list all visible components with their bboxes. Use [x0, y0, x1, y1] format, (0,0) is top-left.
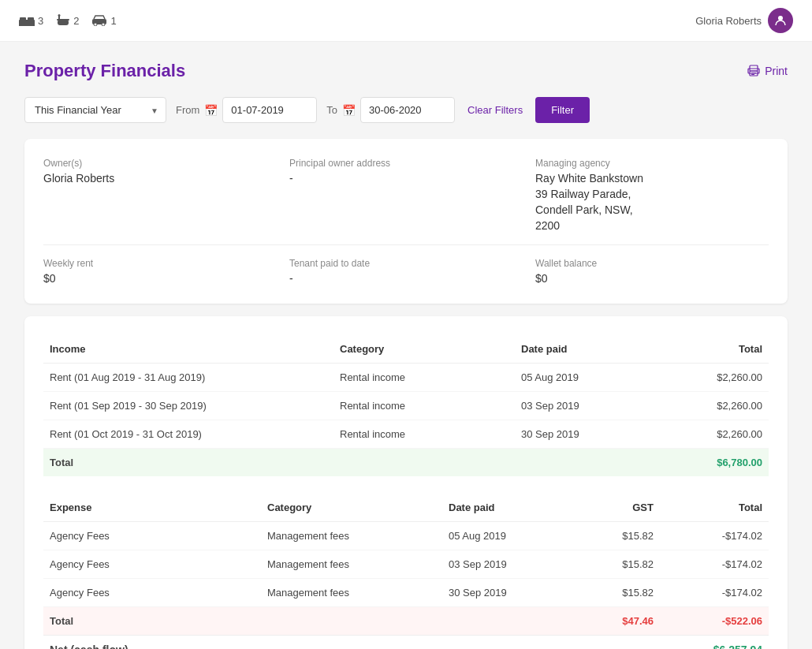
expense-category: Management fees — [261, 522, 442, 550]
income-row: Rent (01 Aug 2019 - 31 Aug 2019) Rental … — [43, 364, 769, 392]
car-count: 1 — [110, 15, 116, 27]
expense-date-header: Date paid — [442, 489, 573, 522]
expense-description: Agency Fees — [43, 579, 261, 607]
info-divider — [43, 244, 769, 245]
net-value: $6,257.94 — [660, 636, 769, 650]
expense-date: 05 Aug 2019 — [442, 522, 573, 550]
expense-total-value: -$522.06 — [660, 607, 769, 636]
bed-icon — [19, 15, 35, 26]
svg-rect-1 — [20, 17, 26, 21]
expense-total-header: Total — [660, 489, 769, 522]
income-category: Rental income — [333, 392, 515, 420]
user-name: Gloria Roberts — [695, 15, 762, 27]
income-date: 03 Sep 2019 — [515, 392, 660, 420]
expense-gst-val: $15.82 — [573, 579, 660, 607]
user-icon — [774, 14, 787, 27]
svg-rect-2 — [28, 17, 34, 21]
income-total-label: Total — [43, 449, 333, 477]
period-select[interactable]: This Financial Year Last Financial Year … — [24, 97, 166, 123]
avatar — [768, 8, 793, 33]
from-calendar-icon: 📅 — [204, 104, 218, 117]
expense-row: Agency Fees Management fees 05 Aug 2019 … — [43, 522, 769, 550]
agency-suburb: Condell Park, NSW, — [535, 203, 769, 216]
print-button[interactable]: Print — [747, 65, 788, 77]
svg-rect-17 — [751, 74, 754, 75]
agency-postcode: 2200 — [535, 219, 769, 232]
wallet-balance-value: $0 — [535, 272, 769, 285]
agency-name: Ray White Bankstown — [535, 172, 769, 185]
expense-row: Agency Fees Management fees 30 Sep 2019 … — [43, 579, 769, 607]
income-total: $2,260.00 — [660, 364, 769, 392]
principal-address-label: Principal owner address — [289, 158, 523, 169]
income-total: $2,260.00 — [660, 392, 769, 420]
from-date-input[interactable] — [222, 97, 317, 123]
print-label: Print — [765, 65, 788, 77]
expense-date: 30 Sep 2019 — [442, 579, 573, 607]
income-col-header: Income — [43, 335, 333, 364]
expense-total-val: -$174.02 — [660, 550, 769, 579]
income-total-header: Total — [660, 335, 769, 364]
page-title: Property Financials — [24, 61, 185, 81]
clear-filters-button[interactable]: Clear Filters — [464, 98, 526, 122]
net-row: Net (cash flow) $6,257.94 — [43, 636, 769, 650]
income-date: 05 Aug 2019 — [515, 364, 660, 392]
svg-rect-4 — [33, 24, 35, 26]
svg-rect-5 — [58, 20, 69, 25]
car-icon — [91, 15, 107, 26]
print-icon — [747, 65, 760, 77]
income-row: Rent (01 Sep 2019 - 30 Sep 2019) Rental … — [43, 392, 769, 420]
expenses-table: Expense Category Date paid GST Total Age… — [43, 489, 769, 635]
svg-point-10 — [94, 23, 97, 26]
income-date: 30 Sep 2019 — [515, 420, 660, 449]
tenant-paid-value: - — [289, 272, 523, 285]
expense-gst-val: $15.82 — [573, 550, 660, 579]
car-icon-group: 1 — [91, 15, 116, 27]
financials-card: Income Category Date paid Total Rent (01… — [24, 316, 788, 649]
net-table: Net (cash flow) $6,257.94 — [43, 635, 769, 649]
bed-count: 3 — [38, 15, 43, 27]
expense-gst-header: GST — [573, 489, 660, 522]
expense-category-header: Category — [261, 489, 442, 522]
property-info-grid: Owner(s) Gloria Roberts Principal owner … — [43, 158, 769, 232]
managing-agency-section: Managing agency Ray White Bankstown 39 R… — [535, 158, 769, 232]
wallet-balance-label: Wallet balance — [535, 258, 769, 269]
income-total-row: Total $6,780.00 — [43, 449, 769, 477]
income-category: Rental income — [333, 420, 515, 449]
owners-section: Owner(s) Gloria Roberts — [43, 158, 277, 232]
svg-rect-16 — [751, 73, 756, 73]
income-description: Rent (01 Sep 2019 - 30 Sep 2019) — [43, 392, 333, 420]
bed-icon-group: 3 — [19, 15, 43, 27]
from-date-wrapper: From 📅 — [176, 97, 317, 123]
svg-rect-3 — [19, 24, 20, 26]
property-financials-grid: Weekly rent $0 Tenant paid to date - Wal… — [43, 258, 769, 285]
weekly-rent-label: Weekly rent — [43, 258, 277, 269]
user-area: Gloria Roberts — [695, 8, 793, 33]
filter-button[interactable]: Filter — [535, 97, 590, 123]
income-row: Rent (01 Oct 2019 - 31 Oct 2019) Rental … — [43, 420, 769, 449]
svg-rect-0 — [19, 20, 35, 26]
to-date-input[interactable] — [360, 97, 455, 123]
expense-total-val: -$174.02 — [660, 579, 769, 607]
wallet-balance-section: Wallet balance $0 — [535, 258, 769, 285]
top-bar: 3 2 1 Gloria Roberts — [0, 0, 812, 42]
property-info-card: Owner(s) Gloria Roberts Principal owner … — [24, 139, 788, 304]
bath-count: 2 — [73, 15, 79, 27]
to-calendar-icon: 📅 — [342, 104, 356, 117]
svg-point-8 — [58, 14, 61, 17]
owners-label: Owner(s) — [43, 158, 277, 169]
to-label: To — [326, 104, 337, 116]
expense-total-gst: $47.46 — [573, 607, 660, 636]
principal-address-value: - — [289, 172, 523, 185]
period-select-wrapper[interactable]: This Financial Year Last Financial Year … — [24, 97, 166, 123]
expense-category: Management fees — [261, 579, 442, 607]
filters-row: This Financial Year Last Financial Year … — [24, 97, 788, 123]
expense-total-label: Total — [43, 607, 261, 636]
income-description: Rent (01 Oct 2019 - 31 Oct 2019) — [43, 420, 333, 449]
expense-date: 03 Sep 2019 — [442, 550, 573, 579]
tenant-paid-section: Tenant paid to date - — [289, 258, 523, 285]
income-category: Rental income — [333, 364, 515, 392]
expense-col-header: Expense — [43, 489, 261, 522]
tenant-paid-label: Tenant paid to date — [289, 258, 523, 269]
expenses-header-row: Expense Category Date paid GST Total — [43, 489, 769, 522]
income-header-row: Income Category Date paid Total — [43, 335, 769, 364]
